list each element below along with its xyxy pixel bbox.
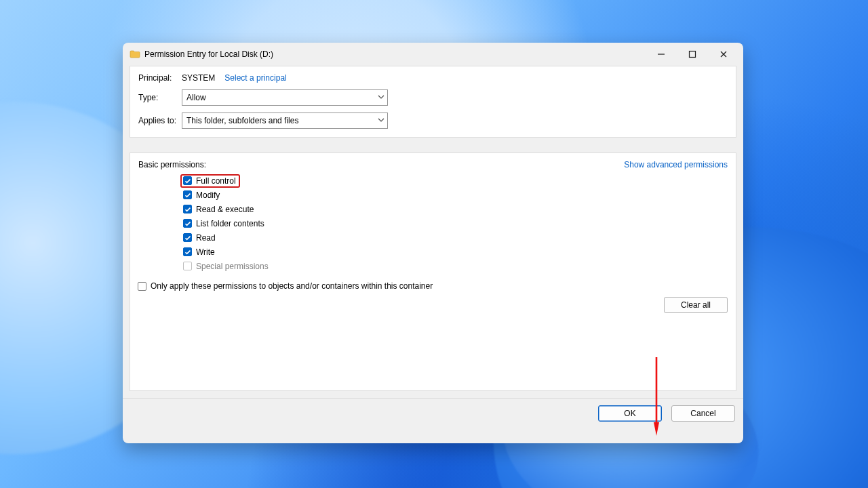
basic-permissions-label: Basic permissions: [138, 160, 206, 169]
minimize-button[interactable] [646, 44, 677, 64]
desktop-wallpaper: Permission Entry for Local Disk (D:) Pri… [0, 0, 868, 488]
permission-label: Full control [196, 176, 236, 186]
type-dropdown[interactable]: Allow [182, 89, 388, 106]
permission-wrap: Read [183, 233, 216, 243]
ok-button[interactable]: OK [598, 405, 662, 422]
chevron-down-icon [378, 116, 384, 125]
permission-checkbox[interactable] [183, 247, 192, 256]
principal-value: SYSTEM [182, 73, 215, 83]
permission-label: Read & execute [196, 205, 254, 214]
svg-rect-0 [658, 54, 665, 54]
window-title: Permission Entry for Local Disk (D:) [144, 49, 273, 59]
permission-wrap: Read & execute [183, 205, 254, 214]
permission-row: Read & execute [183, 202, 728, 216]
permission-wrap: List folder contents [183, 219, 264, 228]
applies-to-dropdown[interactable]: This folder, subfolders and files [182, 113, 388, 129]
apply-within-container-label: Only apply these permissions to objects … [151, 281, 433, 291]
dialog-footer: OK Cancel [123, 399, 743, 430]
type-dropdown-value: Allow [186, 93, 206, 102]
permission-label: Special permissions [196, 262, 269, 271]
apply-within-container-row: Only apply these permissions to objects … [138, 281, 728, 291]
permission-checkbox[interactable] [183, 233, 192, 242]
folder-icon [130, 49, 140, 60]
permission-label: List folder contents [196, 219, 264, 228]
show-advanced-permissions-link[interactable]: Show advanced permissions [624, 160, 728, 169]
permission-wrap: Special permissions [183, 262, 269, 271]
permission-row: Write [183, 245, 728, 259]
ok-label: OK [624, 409, 635, 418]
permission-checkbox[interactable] [183, 205, 192, 214]
permission-entry-dialog: Permission Entry for Local Disk (D:) Pri… [123, 43, 743, 443]
permission-row: Modify [183, 188, 728, 202]
cancel-button[interactable]: Cancel [671, 405, 735, 422]
permission-checkbox[interactable] [183, 176, 192, 185]
svg-rect-1 [690, 52, 696, 58]
applies-to-dropdown-value: This folder, subfolders and files [186, 116, 298, 125]
applies-to-label: Applies to: [138, 116, 182, 125]
titlebar: Permission Entry for Local Disk (D:) [123, 43, 743, 66]
permission-checkbox[interactable] [183, 190, 192, 199]
type-label: Type: [138, 93, 182, 102]
permission-row: Read [183, 230, 728, 245]
permission-label: Write [196, 247, 215, 257]
permissions-panel: Basic permissions: Show advanced permiss… [130, 152, 736, 391]
permission-row: Full control [183, 174, 728, 188]
clear-all-label: Clear all [681, 300, 711, 310]
select-principal-link[interactable]: Select a principal [224, 73, 286, 83]
permission-checkbox[interactable] [183, 219, 192, 228]
maximize-button[interactable] [677, 44, 708, 64]
apply-within-container-checkbox[interactable] [138, 282, 146, 291]
permission-row: List folder contents [183, 216, 728, 230]
permission-label: Read [196, 233, 216, 243]
close-button[interactable] [708, 44, 739, 64]
permission-label: Modify [196, 190, 220, 200]
permission-checkbox [183, 262, 192, 270]
cancel-label: Cancel [690, 409, 715, 418]
annotation-highlight: Full control [180, 174, 240, 188]
permission-wrap: Modify [183, 190, 220, 200]
principal-panel: Principal: SYSTEM Select a principal Typ… [130, 66, 736, 138]
principal-label: Principal: [138, 73, 182, 83]
permission-wrap: Write [183, 247, 215, 257]
permissions-list: Full controlModifyRead & executeList fol… [183, 174, 728, 273]
chevron-down-icon [378, 93, 384, 102]
clear-all-button[interactable]: Clear all [664, 297, 728, 313]
permission-row: Special permissions [183, 259, 728, 273]
